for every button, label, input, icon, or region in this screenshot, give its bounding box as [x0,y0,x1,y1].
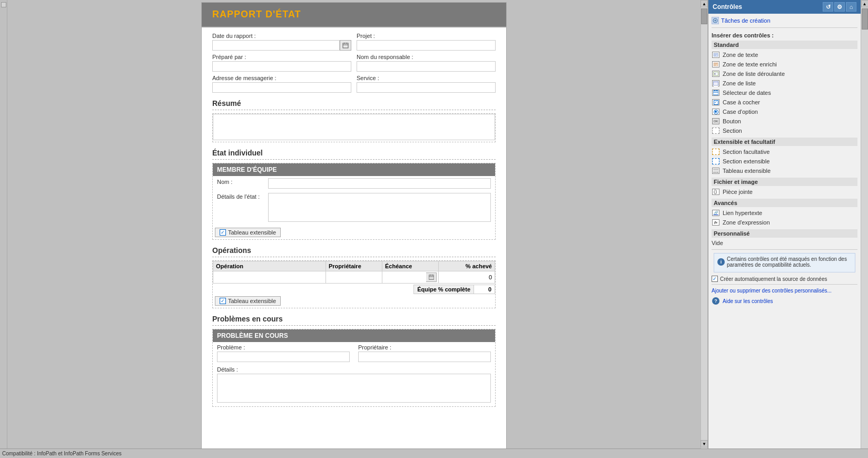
team-details-row: Détails de l'état : [213,191,495,226]
email-service-row: Adresse de messagerie : Service : [212,75,496,93]
insert-controls-label: Insérer des contrôles : [712,32,857,38]
control-attachment[interactable]: Pièce jointe [712,187,857,197]
scrollbar-thumb-center[interactable] [701,8,707,24]
problem-details-col: Détails : [213,364,495,406]
ops-owner-input[interactable] [328,272,380,282]
extensible-label: Extensible et facultatif [712,138,857,146]
control-list[interactable]: Zone de liste [712,79,857,88]
hyperlink-icon: 🔗 [712,209,720,217]
problems-section: PROBLÈME EN COURS Problème : Propriétair… [212,329,496,407]
ops-operation-input[interactable] [215,272,324,282]
team-table: MEMBRE D'ÉQUIPE Nom : Détails de l'état … [213,163,495,226]
details-label-cell: Détails de l'état : [213,191,264,226]
panel-icon-home[interactable]: ⌂ [846,2,856,12]
control-button[interactable]: OK Bouton [712,116,857,126]
control-section[interactable]: Section [712,126,857,135]
optional-section-icon [712,148,720,155]
date-label: Date du rapport : [212,33,351,39]
right-scroll-up[interactable]: ▲ [861,0,869,7]
extensible-btn-ops[interactable]: ✓ Tableau extensible [215,296,281,306]
op-col-owner: Propriétaire [326,261,382,271]
expression-label: Zone d'expression [723,219,770,226]
service-input[interactable] [357,82,496,93]
problem-input[interactable] [217,352,350,362]
ext-section-label: Section extensible [723,158,770,164]
problem-data-row: Problème : Propriétaire : [213,342,495,364]
bottom-info-box: i Certains contrôles ont été masqués en … [714,253,855,272]
file-image-label: Fichier et image [712,178,857,186]
ops-total-value: 0 [474,285,495,294]
scrollbar-up-btn[interactable]: ▲ [701,0,708,7]
resume-textarea[interactable] [213,114,495,140]
control-richtext[interactable]: Zone de texte enrichi [712,60,857,69]
ops-percent-cell [439,271,495,284]
help-link-label[interactable]: Aide sur les contrôles [723,298,773,304]
control-checkbox[interactable]: ✓ Case à cocher [712,98,857,107]
ops-owner-cell [326,271,382,284]
control-radio[interactable]: Case d'option [712,107,857,116]
responsible-input[interactable] [357,61,496,72]
control-expression[interactable]: fx Zone d'expression [712,218,857,227]
problem-label: Problème : [217,344,350,350]
project-input[interactable] [357,40,496,51]
tasks-link[interactable]: Tâches de création [712,16,857,25]
ops-deadline-input[interactable] [384,272,426,282]
controls-panel: Contrôles ↺ ⚙ ⌂ Tâches de création Insér… [708,0,861,458]
auto-source-checkbox[interactable] [712,276,718,282]
control-optional-section[interactable]: Section facultative [712,147,857,157]
richtext-label: Zone de texte enrichi [723,61,777,67]
scrollbar-down-btn[interactable]: ▼ [701,440,708,447]
email-input[interactable] [212,82,351,93]
controls-panel-title: Contrôles [713,3,742,11]
panel-icon-settings[interactable]: ⚙ [834,2,845,12]
ops-calendar-btn[interactable] [426,272,437,282]
controls-panel-header: Contrôles ↺ ⚙ ⌂ [708,0,861,14]
op-col-operation: Opération [213,261,326,271]
owner2-input[interactable] [358,352,491,362]
radio-label: Case d'option [723,109,758,115]
extensible-btn-team[interactable]: ✓ Tableau extensible [215,228,281,237]
control-dropdown[interactable]: ▾ Zone de liste déroulante [712,69,857,79]
svg-rect-4 [429,275,434,279]
add-remove-link[interactable]: Ajouter ou supprimer des contrôles perso… [712,288,832,294]
ops-deadline-cell [382,271,439,284]
email-label: Adresse de messagerie : [212,75,351,81]
details-input-cell [264,191,495,226]
radio-icon [712,108,720,115]
help-icon: ? [712,297,720,305]
control-ext-section[interactable]: Section extensible [712,157,857,166]
control-text-zone[interactable]: Zone de texte [712,50,857,60]
team-header-row: MEMBRE D'ÉQUIPE [213,163,495,176]
control-ext-table[interactable]: Tableau extensible [712,166,857,176]
datepicker-label: Sélecteur de dates [723,90,771,96]
center-scrollbar: ▲ ▼ [701,0,708,458]
nom-label-cell: Nom : [213,176,264,191]
nom-input[interactable] [268,178,491,189]
control-empty[interactable]: Vide [712,239,857,247]
details-textarea[interactable] [268,193,491,222]
controls-panel-body: Tâches de création Insérer des contrôles… [708,14,861,458]
team-header-cell: MEMBRE D'ÉQUIPE [213,163,495,176]
control-datepicker[interactable]: Sélecteur de dates [712,88,857,98]
date-col: Date du rapport : [212,33,351,51]
checkbox-ctrl-icon: ✓ [712,99,720,106]
help-controls-link[interactable]: ? Aide sur les contrôles [712,296,857,306]
right-scroll-thumb[interactable] [862,8,868,30]
attachment-icon [712,188,720,196]
ops-percent-input[interactable] [440,272,493,282]
date-input[interactable] [212,40,340,51]
project-label: Projet : [357,33,496,39]
panel-icon-refresh[interactable]: ↺ [823,2,833,12]
ops-table: Opération Propriétaire Échéance % achevé [213,261,495,284]
resume-section-label: Résumé [212,99,496,110]
control-hyperlink[interactable]: 🔗 Lien hypertexte [712,208,857,218]
ops-header-row: Opération Propriétaire Échéance % achevé [213,261,495,271]
info-icon: i [717,258,725,266]
prepared-input[interactable] [212,61,351,72]
ops-total-label: Équipe % complète [413,285,474,294]
resize-handle[interactable] [1,2,6,7]
problem-details-textarea[interactable] [217,374,491,403]
date-input-group [212,40,351,51]
tasks-link-icon [712,17,719,24]
date-calendar-btn[interactable] [340,40,351,51]
